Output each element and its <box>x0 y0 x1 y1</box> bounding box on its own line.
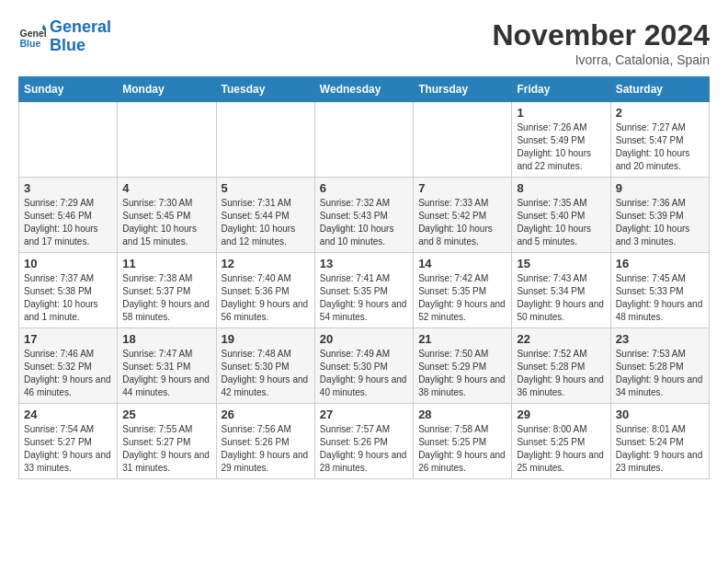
day-info: Sunrise: 7:57 AM Sunset: 5:26 PM Dayligh… <box>320 423 408 475</box>
day-info: Sunrise: 7:38 AM Sunset: 5:37 PM Dayligh… <box>122 272 210 324</box>
col-friday: Friday <box>512 77 610 102</box>
calendar-cell: 18Sunrise: 7:47 AM Sunset: 5:31 PM Dayli… <box>118 328 216 404</box>
calendar-cell: 7Sunrise: 7:33 AM Sunset: 5:42 PM Daylig… <box>414 178 512 253</box>
day-info: Sunrise: 7:55 AM Sunset: 5:27 PM Dayligh… <box>122 423 210 475</box>
col-saturday: Saturday <box>610 77 709 102</box>
day-info: Sunrise: 7:31 AM Sunset: 5:44 PM Dayligh… <box>222 197 310 248</box>
calendar-cell: 30Sunrise: 8:01 AM Sunset: 5:24 PM Dayli… <box>610 404 709 479</box>
day-number: 22 <box>517 332 605 346</box>
col-monday: Monday <box>118 77 216 102</box>
calendar-header: Sunday Monday Tuesday Wednesday Thursday… <box>19 77 710 102</box>
calendar-cell: 8Sunrise: 7:35 AM Sunset: 5:40 PM Daylig… <box>512 178 610 253</box>
day-info: Sunrise: 7:40 AM Sunset: 5:36 PM Dayligh… <box>222 272 310 324</box>
day-number: 2 <box>616 106 704 120</box>
day-info: Sunrise: 7:29 AM Sunset: 5:46 PM Dayligh… <box>24 197 112 248</box>
calendar-cell: 13Sunrise: 7:41 AM Sunset: 5:35 PM Dayli… <box>314 253 413 328</box>
calendar-cell: 17Sunrise: 7:46 AM Sunset: 5:32 PM Dayli… <box>19 328 118 404</box>
day-number: 28 <box>418 408 506 421</box>
calendar-cell: 19Sunrise: 7:48 AM Sunset: 5:30 PM Dayli… <box>216 328 314 404</box>
day-number: 23 <box>616 332 704 346</box>
day-number: 12 <box>222 257 310 270</box>
calendar-cell: 12Sunrise: 7:40 AM Sunset: 5:36 PM Dayli… <box>216 253 314 328</box>
calendar-cell: 21Sunrise: 7:50 AM Sunset: 5:29 PM Dayli… <box>414 328 512 404</box>
calendar-cell <box>118 102 216 178</box>
calendar-cell: 5Sunrise: 7:31 AM Sunset: 5:44 PM Daylig… <box>216 178 314 253</box>
day-info: Sunrise: 7:50 AM Sunset: 5:29 PM Dayligh… <box>418 348 506 399</box>
col-thursday: Thursday <box>414 77 512 102</box>
calendar-cell: 10Sunrise: 7:37 AM Sunset: 5:38 PM Dayli… <box>19 253 118 328</box>
logo-text-line1: General <box>50 18 111 37</box>
day-number: 20 <box>320 332 408 346</box>
day-number: 30 <box>616 408 704 421</box>
calendar-week-5: 24Sunrise: 7:54 AM Sunset: 5:27 PM Dayli… <box>19 404 710 479</box>
logo: General Blue General Blue <box>18 18 111 55</box>
day-info: Sunrise: 7:41 AM Sunset: 5:35 PM Dayligh… <box>320 272 408 324</box>
day-info: Sunrise: 7:49 AM Sunset: 5:30 PM Dayligh… <box>320 348 408 399</box>
logo-text-line2: Blue <box>50 37 111 55</box>
day-info: Sunrise: 7:47 AM Sunset: 5:31 PM Dayligh… <box>122 348 210 399</box>
day-info: Sunrise: 7:30 AM Sunset: 5:45 PM Dayligh… <box>122 197 210 248</box>
day-info: Sunrise: 7:36 AM Sunset: 5:39 PM Dayligh… <box>616 197 704 248</box>
day-number: 27 <box>320 408 408 421</box>
day-info: Sunrise: 7:27 AM Sunset: 5:47 PM Dayligh… <box>616 121 704 173</box>
calendar-cell: 26Sunrise: 7:56 AM Sunset: 5:26 PM Dayli… <box>216 404 314 479</box>
calendar-body: 1Sunrise: 7:26 AM Sunset: 5:49 PM Daylig… <box>19 102 710 479</box>
day-number: 11 <box>122 257 210 270</box>
location: Ivorra, Catalonia, Spain <box>492 52 710 67</box>
svg-text:Blue: Blue <box>20 37 41 48</box>
calendar-week-4: 17Sunrise: 7:46 AM Sunset: 5:32 PM Dayli… <box>19 328 710 404</box>
calendar-cell: 28Sunrise: 7:58 AM Sunset: 5:25 PM Dayli… <box>414 404 512 479</box>
day-info: Sunrise: 8:01 AM Sunset: 5:24 PM Dayligh… <box>616 423 704 475</box>
title-block: November 2024 Ivorra, Catalonia, Spain <box>492 18 710 67</box>
month-title: November 2024 <box>492 18 710 52</box>
calendar-cell: 25Sunrise: 7:55 AM Sunset: 5:27 PM Dayli… <box>118 404 216 479</box>
day-info: Sunrise: 7:42 AM Sunset: 5:35 PM Dayligh… <box>418 272 506 324</box>
day-number: 21 <box>418 332 506 346</box>
day-info: Sunrise: 7:52 AM Sunset: 5:28 PM Dayligh… <box>517 348 605 399</box>
day-number: 14 <box>418 257 506 270</box>
calendar-cell: 1Sunrise: 7:26 AM Sunset: 5:49 PM Daylig… <box>512 102 610 178</box>
day-number: 25 <box>122 408 210 421</box>
calendar-week-3: 10Sunrise: 7:37 AM Sunset: 5:38 PM Dayli… <box>19 253 710 328</box>
day-info: Sunrise: 7:56 AM Sunset: 5:26 PM Dayligh… <box>222 423 310 475</box>
day-info: Sunrise: 7:53 AM Sunset: 5:28 PM Dayligh… <box>616 348 704 399</box>
calendar-cell: 22Sunrise: 7:52 AM Sunset: 5:28 PM Dayli… <box>512 328 610 404</box>
header-row: Sunday Monday Tuesday Wednesday Thursday… <box>19 77 710 102</box>
calendar-cell: 23Sunrise: 7:53 AM Sunset: 5:28 PM Dayli… <box>610 328 709 404</box>
svg-marker-2 <box>42 24 47 29</box>
calendar-cell <box>19 102 118 178</box>
calendar-cell: 9Sunrise: 7:36 AM Sunset: 5:39 PM Daylig… <box>610 178 709 253</box>
calendar-cell: 6Sunrise: 7:32 AM Sunset: 5:43 PM Daylig… <box>314 178 413 253</box>
day-number: 16 <box>616 257 704 270</box>
calendar-cell <box>216 102 314 178</box>
day-number: 18 <box>122 332 210 346</box>
col-sunday: Sunday <box>19 77 118 102</box>
calendar-cell: 20Sunrise: 7:49 AM Sunset: 5:30 PM Dayli… <box>314 328 413 404</box>
calendar-cell: 14Sunrise: 7:42 AM Sunset: 5:35 PM Dayli… <box>414 253 512 328</box>
day-number: 3 <box>24 181 112 195</box>
day-number: 6 <box>320 181 408 195</box>
day-info: Sunrise: 7:58 AM Sunset: 5:25 PM Dayligh… <box>418 423 506 475</box>
calendar-cell: 29Sunrise: 8:00 AM Sunset: 5:25 PM Dayli… <box>512 404 610 479</box>
col-tuesday: Tuesday <box>216 77 314 102</box>
day-info: Sunrise: 7:35 AM Sunset: 5:40 PM Dayligh… <box>517 197 605 248</box>
calendar-cell: 15Sunrise: 7:43 AM Sunset: 5:34 PM Dayli… <box>512 253 610 328</box>
day-number: 9 <box>616 181 704 195</box>
day-number: 10 <box>24 257 112 270</box>
calendar-cell: 16Sunrise: 7:45 AM Sunset: 5:33 PM Dayli… <box>610 253 709 328</box>
day-number: 19 <box>222 332 310 346</box>
day-info: Sunrise: 8:00 AM Sunset: 5:25 PM Dayligh… <box>517 423 605 475</box>
calendar-cell <box>414 102 512 178</box>
day-number: 5 <box>222 181 310 195</box>
day-number: 8 <box>517 181 605 195</box>
day-info: Sunrise: 7:37 AM Sunset: 5:38 PM Dayligh… <box>24 272 112 324</box>
day-info: Sunrise: 7:26 AM Sunset: 5:49 PM Dayligh… <box>517 121 605 173</box>
day-info: Sunrise: 7:43 AM Sunset: 5:34 PM Dayligh… <box>517 272 605 324</box>
day-info: Sunrise: 7:54 AM Sunset: 5:27 PM Dayligh… <box>24 423 112 475</box>
calendar-cell: 3Sunrise: 7:29 AM Sunset: 5:46 PM Daylig… <box>19 178 118 253</box>
day-number: 26 <box>222 408 310 421</box>
day-number: 1 <box>517 106 605 120</box>
calendar-week-1: 1Sunrise: 7:26 AM Sunset: 5:49 PM Daylig… <box>19 102 710 178</box>
day-info: Sunrise: 7:46 AM Sunset: 5:32 PM Dayligh… <box>24 348 112 399</box>
calendar-cell: 4Sunrise: 7:30 AM Sunset: 5:45 PM Daylig… <box>118 178 216 253</box>
